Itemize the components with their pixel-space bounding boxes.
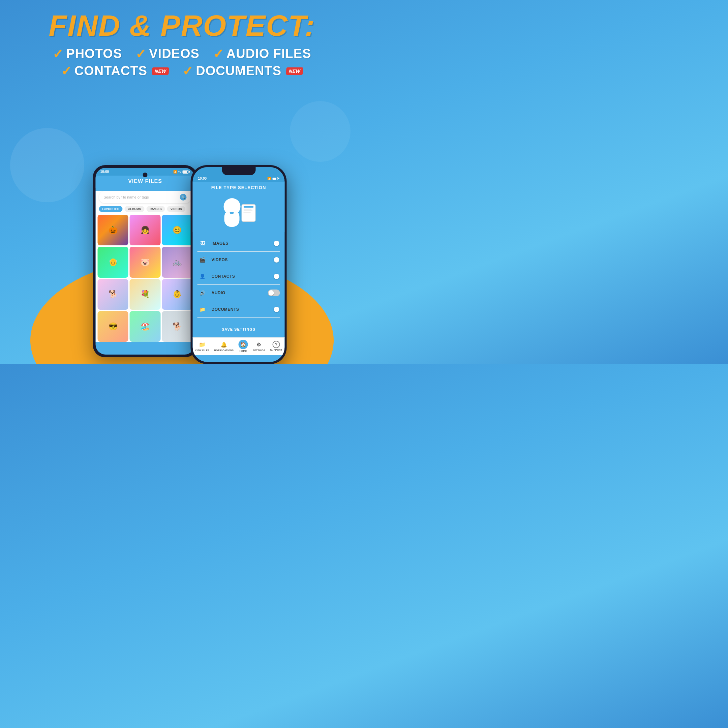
photo-thumb-3[interactable]: 😊 <box>162 215 193 245</box>
file-type-label-documents: DOCUMENTS <box>212 307 268 312</box>
phones-container: 10:00 📶 4G VIEW FILES Search by fil <box>93 165 287 364</box>
toggle-audio[interactable] <box>268 289 280 296</box>
save-settings-button[interactable]: SAVE SETTINGS <box>197 324 280 335</box>
mascot-figure <box>222 198 255 228</box>
file-type-label-contacts: CONTACTS <box>212 274 268 279</box>
network-icon: 4G <box>178 170 182 173</box>
photo-grid: 🎃 👧 😊 👴 🐷 🚲 🐕 💐 👶 😎 🏖️ 🐕 <box>96 215 195 342</box>
feature-videos: ✓ VIDEOS <box>136 46 200 61</box>
photo-thumb-10[interactable]: 😎 <box>98 311 128 342</box>
audio-icon: 🔊 <box>197 288 208 298</box>
feature-label-contacts: CONTACTS <box>75 64 147 78</box>
videos-icon: 🎬 <box>197 255 208 265</box>
search-placeholder: Search by file name or tags <box>104 195 149 199</box>
badge-new-documents: NEW <box>286 67 303 75</box>
iphone-time: 10:00 <box>198 177 207 180</box>
android-tabs: FAVORITES ALBUMS IMAGES VIDEOS <box>96 206 195 215</box>
file-type-row-videos: 🎬 VIDEOS <box>197 252 280 268</box>
nav-label-home: HOME <box>239 350 247 352</box>
android-camera <box>143 173 148 177</box>
file-type-row-images: 🖼 IMAGES <box>197 235 280 252</box>
iphone-status-icons: 📶 <box>267 177 279 180</box>
toggle-images[interactable] <box>268 240 280 247</box>
file-type-row-contacts: 👤 CONTACTS <box>197 268 280 285</box>
photo-thumb-11[interactable]: 🏖️ <box>130 311 161 342</box>
photo-thumb-6[interactable]: 🚲 <box>162 247 193 277</box>
photo-thumb-8[interactable]: 💐 <box>130 279 161 310</box>
photo-thumb-9[interactable]: 👶 <box>162 279 193 310</box>
nav-item-settings[interactable]: ⚙ SETTINGS <box>253 340 265 352</box>
bottom-nav: 📁 VIEW FILES 🔔 NOTIFICATIONS 🏠 HOME ⚙ SE… <box>193 337 285 355</box>
nav-label-support: SUPPORT <box>270 349 282 351</box>
mascot-body <box>224 210 239 227</box>
android-screen: 10:00 📶 4G VIEW FILES Search by fil <box>96 168 195 355</box>
nav-icon-notifications: 🔔 <box>220 340 228 349</box>
clipboard <box>241 204 255 222</box>
nav-label-notifications: NOTIFICATIONS <box>214 349 234 352</box>
iphone-screen-title: FILE TYPE SELECTION <box>193 185 285 190</box>
nav-item-notifications[interactable]: 🔔 NOTIFICATIONS <box>214 340 234 352</box>
battery-icon <box>183 170 190 174</box>
nav-label-settings: SETTINGS <box>253 349 265 352</box>
bg-circle-left <box>10 128 84 202</box>
iphone-signal-icon: 📶 <box>267 177 271 180</box>
android-screen-title: VIEW FILES <box>96 178 195 184</box>
feature-label-photos: PHOTOS <box>66 46 122 61</box>
nav-item-support[interactable]: ? SUPPORT <box>270 341 282 351</box>
iphone-notch <box>222 167 255 175</box>
photo-thumb-2[interactable]: 👧 <box>130 215 161 245</box>
nav-icon-support: ? <box>272 341 280 348</box>
nav-icon-home: 🏠 <box>239 340 248 349</box>
features-section: ✓ PHOTOS ✓ VIDEOS ✓ AUDIO FILES ✓ CONTAC… <box>0 46 364 78</box>
wifi-icon: 📶 <box>173 170 177 174</box>
mascot-area <box>193 193 285 232</box>
nav-icon-view-files: 📁 <box>198 340 206 349</box>
file-type-row-audio: 🔊 AUDIO <box>197 285 280 301</box>
iphone-title-bar: FILE TYPE SELECTION <box>193 182 285 193</box>
header: FIND & PROTECT: <box>0 0 364 40</box>
check-photos: ✓ <box>53 47 63 60</box>
feature-photos: ✓ PHOTOS <box>53 46 122 61</box>
android-status-icons: 📶 4G <box>173 170 190 174</box>
photo-thumb-7[interactable]: 🐕 <box>98 279 128 310</box>
photo-thumb-12[interactable]: 🐕 <box>162 311 193 342</box>
file-type-list: 🖼 IMAGES 🎬 VIDEOS 👤 CONTACTS <box>193 232 285 321</box>
file-type-label-images: IMAGES <box>212 241 268 246</box>
phone-android: 10:00 📶 4G VIEW FILES Search by fil <box>93 165 197 357</box>
toggle-videos[interactable] <box>268 257 280 263</box>
check-audio: ✓ <box>213 47 224 60</box>
tab-albums[interactable]: ALBUMS <box>125 206 145 212</box>
tab-favorites[interactable]: FAVORITES <box>99 206 123 212</box>
feature-label-videos: VIDEOS <box>149 46 200 61</box>
file-type-label-audio: AUDIO <box>212 291 268 295</box>
check-videos: ✓ <box>136 47 146 60</box>
android-search-bar[interactable]: Search by file name or tags 🔍 <box>99 191 191 203</box>
tab-images[interactable]: IMAGES <box>146 206 165 212</box>
check-documents: ✓ <box>182 65 193 78</box>
feature-audio: ✓ AUDIO FILES <box>213 46 311 61</box>
nav-label-view-files: VIEW FILES <box>195 349 210 352</box>
android-time: 10:00 <box>101 170 109 174</box>
phone-iphone: 10:00 📶 FILE TYPE SELECTION <box>191 165 287 364</box>
photo-thumb-5[interactable]: 🐷 <box>130 247 161 277</box>
photo-thumb-4[interactable]: 👴 <box>98 247 128 277</box>
photo-thumb-1[interactable]: 🎃 <box>98 215 128 245</box>
nav-item-view-files[interactable]: 📁 VIEW FILES <box>195 340 210 352</box>
header-title: FIND & PROTECT: <box>0 11 364 40</box>
features-row-1: ✓ PHOTOS ✓ VIDEOS ✓ AUDIO FILES <box>0 46 364 61</box>
tab-videos[interactable]: VIDEOS <box>167 206 185 212</box>
nav-item-home[interactable]: 🏠 HOME <box>239 340 248 352</box>
file-type-label-videos: VIDEOS <box>212 257 268 262</box>
iphone-battery-icon <box>272 177 279 180</box>
iphone-screen: 10:00 📶 FILE TYPE SELECTION <box>193 167 285 362</box>
feature-label-documents: DOCUMENTS <box>196 64 281 78</box>
file-type-row-documents: 📁 DOCUMENTS <box>197 301 280 318</box>
toggle-contacts[interactable] <box>268 273 280 280</box>
nav-icon-settings: ⚙ <box>255 340 263 349</box>
bg-circle-right <box>290 101 350 162</box>
features-row-2: ✓ CONTACTS NEW ✓ DOCUMENTS NEW <box>0 64 364 78</box>
search-icon[interactable]: 🔍 <box>180 194 187 200</box>
toggle-documents[interactable] <box>268 306 280 313</box>
check-contacts: ✓ <box>61 65 72 78</box>
feature-label-audio: AUDIO FILES <box>226 46 311 61</box>
